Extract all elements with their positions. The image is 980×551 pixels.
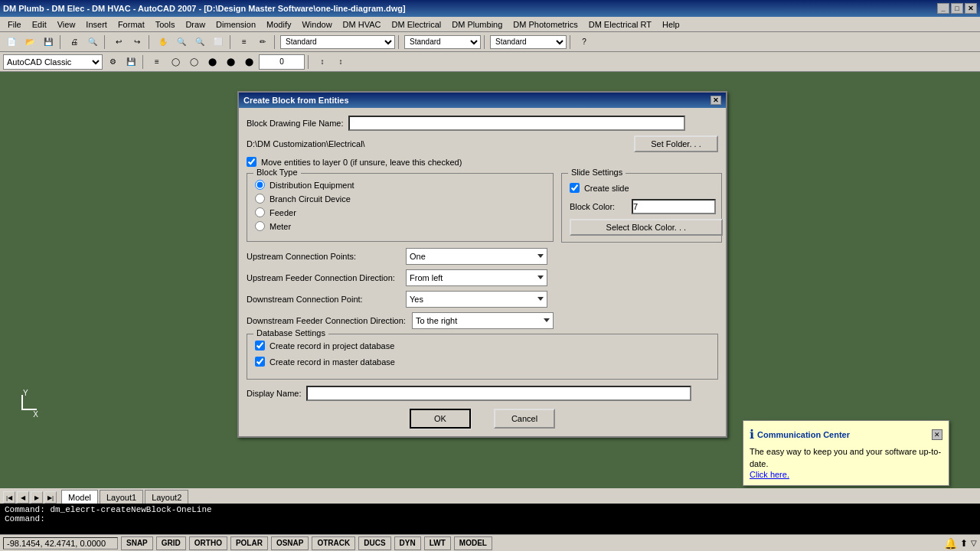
display-name-label: Display Name: [247, 389, 302, 398]
cancel-button[interactable]: Cancel [494, 409, 555, 429]
ok-button[interactable]: OK [410, 409, 471, 429]
help-btn[interactable]: ? [576, 34, 593, 50]
save-btn[interactable]: 💾 [40, 34, 57, 50]
zoom-ext-btn[interactable]: ⬜ [210, 34, 227, 50]
close-btn[interactable]: ✕ [965, 3, 977, 14]
match-btn[interactable]: ✏ [254, 34, 271, 50]
menu-help[interactable]: Help [658, 18, 684, 31]
menu-dm-hvac[interactable]: DM HVAC [338, 18, 386, 31]
menu-dm-electrical[interactable]: DM Electrical [387, 18, 446, 31]
minimize-btn[interactable]: _ [937, 3, 949, 14]
layer-manager-btn[interactable]: ≡ [149, 54, 165, 70]
dialog-right-col: Slide Settings Create slide Block Color:… [561, 173, 722, 334]
tab-last-btn[interactable]: ▶| [44, 491, 57, 504]
draw-order-btn[interactable]: ↕ [314, 54, 331, 70]
open-btn[interactable]: 📂 [21, 34, 38, 50]
downstream-feeder-select[interactable]: To the right To the left To the top To t… [412, 312, 554, 329]
sep10 [308, 55, 311, 69]
tab-model[interactable]: Model [61, 490, 98, 504]
display-name-input[interactable] [306, 386, 691, 401]
sep8 [570, 35, 573, 49]
tab-prev-btn[interactable]: ◀ [17, 491, 29, 504]
ucs-icon: Y X [15, 389, 38, 419]
sep1 [60, 35, 63, 49]
menu-dm-photometrics[interactable]: DM Photometrics [508, 18, 582, 31]
layer-combo[interactable]: Standard [280, 35, 395, 49]
tab-layout1[interactable]: Layout1 [100, 490, 143, 504]
tab-layout2[interactable]: Layout2 [145, 490, 188, 504]
menu-tools[interactable]: Tools [151, 18, 180, 31]
move-entities-checkbox[interactable] [247, 157, 256, 167]
redo-btn[interactable]: ↪ [129, 34, 145, 50]
layer-prev-btn[interactable]: ◯ [167, 54, 184, 70]
layer-ctrl2[interactable]: ⬤ [222, 54, 239, 70]
command-area[interactable]: Command: dm_elecrt-createNewBlock-OneLin… [0, 504, 980, 534]
create-project-checkbox[interactable] [255, 341, 265, 350]
print-btn[interactable]: 🖨 [66, 34, 83, 50]
menu-edit[interactable]: Edit [28, 18, 51, 31]
restore-btn[interactable]: □ [951, 3, 963, 14]
print-preview-btn[interactable]: 🔍 [84, 34, 101, 50]
comm-center-link[interactable]: Click here. [750, 470, 789, 479]
lineweight-combo[interactable]: Standard [490, 35, 567, 49]
tab-first-btn[interactable]: |◀ [3, 491, 15, 504]
create-project-row: Create record in project database [255, 341, 710, 350]
undo-btn[interactable]: ↩ [110, 34, 127, 50]
menu-dm-plumbing[interactable]: DM Plumbing [447, 18, 507, 31]
new-btn[interactable]: 📄 [3, 34, 20, 50]
ducs-btn[interactable]: DUCS [358, 536, 390, 550]
upstream-connection-select[interactable]: One Two Three [406, 248, 547, 265]
workspace-settings-btn[interactable]: ⚙ [104, 54, 121, 70]
block-color-input[interactable] [632, 199, 716, 214]
lwt-btn[interactable]: LWT [424, 536, 451, 550]
tab-next-btn[interactable]: ▶ [31, 491, 43, 504]
create-block-dialog: Create Block from Entities ✕ Block Drawi… [237, 91, 727, 438]
layer-ctrl1[interactable]: ⬤ [204, 54, 220, 70]
distribution-radio[interactable] [255, 180, 265, 190]
menu-dm-electrical-rt[interactable]: DM Electrical RT [584, 18, 656, 31]
create-slide-checkbox[interactable] [570, 183, 580, 193]
downstream-connection-select[interactable]: Yes No [406, 291, 547, 308]
dialog-close-btn[interactable]: ✕ [710, 96, 721, 105]
linetype-combo[interactable]: Standard [404, 35, 481, 49]
polar-btn[interactable]: POLAR [230, 536, 268, 550]
otrack-btn[interactable]: OTRACK [312, 536, 355, 550]
menu-format[interactable]: Format [113, 18, 149, 31]
menu-file[interactable]: File [3, 18, 26, 31]
meter-radio[interactable] [255, 221, 265, 231]
menu-view[interactable]: View [53, 18, 80, 31]
file-name-input[interactable] [348, 116, 685, 131]
menu-draw[interactable]: Draw [181, 18, 210, 31]
zoom-in-btn[interactable]: 🔍 [173, 34, 190, 50]
ortho-btn[interactable]: ORTHO [189, 536, 227, 550]
comm-center-close-btn[interactable]: ✕ [932, 429, 942, 440]
layer-btn[interactable]: ≡ [236, 34, 253, 50]
upstream-feeder-select[interactable]: From left From right From top From botto… [406, 269, 547, 286]
draw-order2-btn[interactable]: ↕ [332, 54, 349, 70]
model-btn[interactable]: MODEL [454, 536, 492, 550]
grid-btn[interactable]: GRID [156, 536, 186, 550]
menu-window[interactable]: Window [297, 18, 336, 31]
pan-btn[interactable]: ✋ [155, 34, 172, 50]
menu-modify[interactable]: Modify [262, 18, 296, 31]
osnap-btn[interactable]: OSNAP [271, 536, 309, 550]
slide-settings-title: Slide Settings [568, 168, 626, 177]
layer-ctrl3[interactable]: ⬤ [240, 54, 257, 70]
feeder-radio[interactable] [255, 207, 265, 217]
menu-dimension[interactable]: Dimension [211, 18, 260, 31]
dyn-btn[interactable]: DYN [394, 536, 421, 550]
layer-state-btn[interactable]: ◯ [185, 54, 202, 70]
menu-insert[interactable]: Insert [81, 18, 112, 31]
branch-circuit-radio[interactable] [255, 194, 265, 204]
command-text: Command: dm_elecrt-createNewBlock-OneLin… [5, 505, 975, 514]
file-name-row: Block Drawing File Name: [247, 116, 718, 131]
select-color-button[interactable]: Select Block Color. . . [570, 219, 723, 236]
zoom-out-btn[interactable]: 🔍 [191, 34, 208, 50]
workspace-save-btn[interactable]: 💾 [122, 54, 139, 70]
set-folder-button[interactable]: Set Folder. . . [634, 135, 718, 152]
create-master-checkbox[interactable] [255, 357, 265, 367]
snap-btn[interactable]: SNAP [121, 536, 153, 550]
workspace-select[interactable]: AutoCAD Classic [3, 54, 103, 70]
layer-input[interactable]: 0 [259, 54, 305, 70]
coordinates-display: -98.1454, 42.4741, 0.0000 [3, 537, 118, 549]
